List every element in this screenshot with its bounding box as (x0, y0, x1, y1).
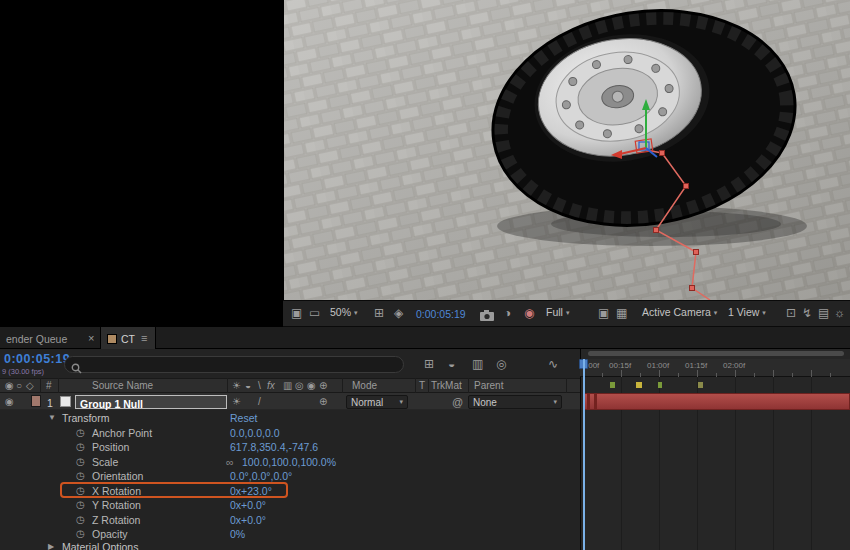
current-time-display[interactable]: 0:00:05:19 (4, 352, 70, 366)
transform-group-label[interactable]: Transform (62, 413, 109, 424)
parent-dropdown[interactable]: None ▾ (468, 395, 562, 409)
column-parent[interactable]: Parent (474, 381, 503, 391)
magnification-value: 50% (330, 307, 351, 318)
view-layout-dropdown[interactable]: 1 View ▾ (728, 307, 766, 318)
close-icon[interactable]: × (88, 333, 94, 344)
reset-link[interactable]: Reset (230, 413, 257, 424)
eye-icon[interactable]: ◉ (5, 381, 14, 391)
stopwatch-icon[interactable]: ◷ (76, 471, 85, 481)
ruler-tick (716, 373, 717, 377)
property-value-position[interactable]: 617.8,350.4,-747.6 (230, 442, 318, 453)
resolution-dropdown[interactable]: Full ▾ (546, 307, 569, 318)
shy-icon[interactable]: ◒ (448, 358, 455, 370)
property-value-x-rotation[interactable]: 0x+23.0° (230, 486, 272, 497)
property-name-y-rotation[interactable]: Y Rotation (92, 500, 141, 511)
twirl-open-icon[interactable]: ▼ (48, 414, 56, 422)
exposure-icon[interactable]: ☼ (834, 307, 845, 319)
ruler-tick (811, 370, 812, 377)
timeline-button-icon[interactable]: ▤ (818, 307, 829, 319)
stopwatch-icon[interactable]: ◷ (76, 457, 85, 467)
frame-blend-column-icon: ▥ (283, 381, 292, 391)
property-name-anchor-point[interactable]: Anchor Point (92, 428, 152, 439)
3d-layer-switch-icon[interactable]: ⊕ (319, 397, 327, 407)
tab-menu-icon[interactable]: ≡ (141, 333, 147, 344)
fast-previews-icon[interactable]: ↯ (802, 307, 812, 319)
current-time-indicator[interactable] (583, 359, 585, 550)
comp-marker (636, 382, 642, 388)
property-value-anchor-point[interactable]: 0.0,0.0,0.0 (230, 428, 280, 439)
column-divider (227, 378, 228, 393)
stopwatch-icon[interactable]: ◷ (76, 486, 85, 496)
property-name-position[interactable]: Position (92, 442, 129, 453)
property-name-z-rotation[interactable]: Z Rotation (92, 515, 140, 526)
tab-render-queue[interactable]: ender Queue (6, 333, 67, 345)
lock-icon[interactable]: ◇ (26, 381, 34, 391)
property-name-opacity[interactable]: Opacity (92, 529, 128, 540)
column-mode[interactable]: Mode (352, 381, 377, 391)
graph-editor-icon[interactable]: ∿ (548, 358, 558, 370)
stopwatch-icon[interactable]: ◷ (76, 442, 85, 452)
motion-blur-column-icon: ◎ (295, 381, 304, 391)
property-name-x-rotation[interactable]: X Rotation (92, 486, 141, 497)
column-trkmat[interactable]: TrkMat (431, 381, 462, 391)
stopwatch-icon[interactable]: ◷ (76, 500, 85, 510)
grid-guides-icon[interactable]: ⊞ (374, 307, 384, 319)
stopwatch-icon[interactable]: ◷ (76, 428, 85, 438)
constrain-proportions-icon[interactable]: ∞ (226, 457, 234, 468)
property-value-orientation[interactable]: 0.0°,0.0°,0.0° (230, 471, 292, 482)
property-value-y-rotation[interactable]: 0x+0.0° (230, 500, 266, 511)
blend-mode-dropdown[interactable]: Normal ▾ (346, 395, 408, 409)
column-divider (40, 378, 41, 393)
transparency-grid-icon[interactable]: ▦ (616, 307, 627, 319)
layer-duration-bar[interactable] (583, 393, 850, 410)
toolbar-timecode[interactable]: 0:00:05:19 (416, 308, 466, 320)
layer-name-box[interactable]: Group 1 Null (75, 395, 227, 409)
mask-visibility-icon[interactable]: ◈ (394, 307, 403, 319)
column-divider (468, 378, 469, 393)
layer-bar-notch (594, 394, 597, 409)
property-value-opacity[interactable]: 0% (230, 529, 245, 540)
always-preview-icon[interactable]: ▣ (291, 307, 302, 319)
chevron-down-icon: ▾ (762, 309, 766, 316)
property-value-z-rotation[interactable]: 0x+0.0° (230, 515, 266, 526)
empty-viewer-area (0, 0, 283, 327)
roi-icon[interactable]: ▣ (598, 307, 609, 319)
comp-mini-flowchart-icon[interactable]: ⊞ (424, 358, 434, 370)
shy-column-icon: ◒ (245, 381, 251, 391)
frame-blending-icon[interactable]: ▥ (472, 358, 483, 370)
tab-comp-ct[interactable]: CT ≡ (100, 327, 156, 349)
property-value-scale[interactable]: 100.0,100.0,100.0% (242, 457, 336, 468)
solo-icon[interactable]: ○ (16, 381, 22, 391)
composition-viewport[interactable] (283, 0, 850, 300)
twirl-closed-icon[interactable]: ▶ (48, 543, 54, 550)
fx-icon: fx (267, 381, 275, 391)
after-effects-window: ▣ ▭ 50% ▾ ⊞ ◈ 0:00:05:19 ◑ ◉ Full ▾ ▣ ▦ … (0, 0, 850, 550)
quality-switch-icon[interactable]: / (258, 397, 261, 407)
magnification-dropdown[interactable]: 50% ▾ (330, 307, 358, 318)
collapse-transformations-icon[interactable]: ☀ (232, 397, 241, 407)
channels-icon[interactable]: ◉ (524, 307, 534, 319)
ruler-label: :00f (586, 362, 599, 370)
layer-index: 1 (47, 397, 53, 409)
screen-icon[interactable]: ▭ (309, 307, 320, 319)
eye-icon[interactable]: ◉ (5, 397, 14, 407)
search-input[interactable] (64, 356, 404, 373)
3d-layer-icon: ⊕ (319, 381, 327, 391)
stopwatch-icon[interactable]: ◷ (76, 529, 85, 539)
column-divider (428, 378, 429, 393)
layer-name: Group 1 Null (80, 398, 143, 410)
column-source-name[interactable]: Source Name (92, 381, 153, 391)
stopwatch-icon[interactable]: ◷ (76, 515, 85, 525)
pixel-aspect-icon[interactable]: ⊡ (786, 307, 796, 319)
time-navigator-bar[interactable] (588, 351, 844, 356)
layer-label-swatch[interactable] (31, 395, 41, 407)
pickwhip-icon[interactable]: @ (452, 397, 463, 408)
property-name-orientation[interactable]: Orientation (92, 471, 143, 482)
material-options-label[interactable]: Material Options (62, 542, 138, 550)
show-snapshot-icon[interactable]: ◑ (504, 307, 511, 319)
motion-blur-icon[interactable]: ◎ (496, 358, 506, 370)
property-name-scale[interactable]: Scale (92, 457, 118, 468)
3d-view-dropdown[interactable]: Active Camera ▾ (642, 307, 717, 318)
adjustment-layer-icon: ◉ (307, 381, 316, 391)
snapshot-icon[interactable] (480, 307, 494, 325)
